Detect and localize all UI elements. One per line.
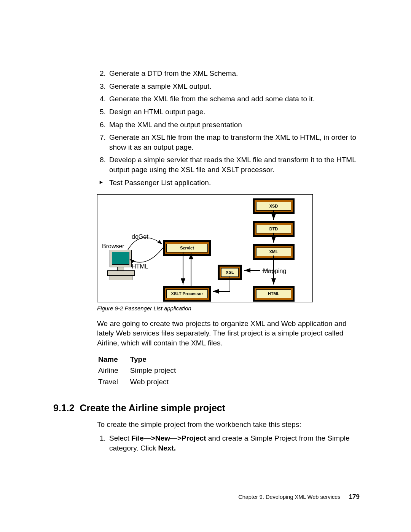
- figure-caption: Figure 9-2 Passenger List application: [97, 305, 360, 312]
- figure-diagram: Browser doGet HTML Mapping Servlet XSL X…: [97, 194, 313, 302]
- step-bold-next: Next.: [158, 444, 175, 452]
- section-number: 9.1.2: [53, 403, 75, 413]
- computer-icon: [105, 250, 135, 280]
- list-item-5: Design an HTML output page.: [108, 107, 360, 117]
- section-body: To create the simple project from the wo…: [97, 420, 360, 453]
- list-item-8: Develop a simple servlet that reads the …: [108, 155, 360, 174]
- numbered-list: Generate a DTD from the XML Schema. Gene…: [97, 69, 360, 175]
- label-doget: doGet: [132, 233, 148, 241]
- section-heading: 9.1.2 Create the Airline simple project: [53, 402, 360, 415]
- list-item-3: Generate a sample XML output.: [108, 81, 360, 91]
- node-servlet: Servlet: [163, 240, 211, 256]
- node-dtd-label: DTD: [256, 225, 291, 233]
- list-item-triangle: Test Passenger List application.: [97, 178, 360, 188]
- step-item-1: Select File—>New—>Project and create a S…: [108, 433, 360, 453]
- content-area: Generate a DTD from the XML Schema. Gene…: [97, 69, 360, 388]
- list-item-4: Generate the XML file from the schema an…: [108, 94, 360, 104]
- footer-page-number: 179: [349, 493, 360, 500]
- node-xslt: XSLT Processor: [163, 286, 211, 302]
- node-xml-label: XML: [256, 248, 291, 256]
- node-html: HTML: [253, 286, 295, 302]
- list-item-6: Map the XML and the output presentation: [108, 120, 360, 130]
- table-cell: Airline: [98, 365, 129, 376]
- table-header-name: Name: [98, 354, 129, 365]
- node-servlet-label: Servlet: [166, 244, 208, 252]
- paragraph-intro: We are going to create two projects to o…: [97, 319, 360, 348]
- table-cell: Simple project: [130, 365, 186, 376]
- table-row: Airline Simple project: [98, 365, 186, 376]
- table-cell: Web project: [130, 377, 186, 387]
- node-html-label: HTML: [256, 289, 291, 298]
- table-header-type: Type: [130, 354, 186, 365]
- paragraph-steps-intro: To create the simple project from the wo…: [97, 420, 360, 430]
- node-xsl: XSL: [218, 265, 242, 280]
- node-dtd: DTD: [253, 221, 295, 237]
- label-mapping: Mapping: [263, 267, 286, 275]
- step-bold-menu: File—>New—>Project: [131, 434, 206, 442]
- table-cell: Travel: [98, 377, 129, 387]
- node-xsd-label: XSD: [256, 202, 291, 211]
- footer-chapter: Chapter 9. Developing XML Web services: [238, 494, 340, 500]
- node-xml: XML: [253, 244, 295, 260]
- table-row: Name Type: [98, 354, 186, 365]
- step-text-pre: Select: [109, 434, 131, 442]
- node-xslt-label: XSLT Processor: [166, 289, 208, 298]
- steps-list: Select File—>New—>Project and create a S…: [97, 433, 360, 453]
- page: Generate a DTD from the XML Schema. Gene…: [0, 0, 411, 532]
- node-xsl-label: XSL: [221, 268, 239, 277]
- project-table: Name Type Airline Simple project Travel …: [97, 353, 187, 388]
- list-item-2: Generate a DTD from the XML Schema.: [108, 69, 360, 78]
- page-footer: Chapter 9. Developing XML Web services 1…: [238, 493, 360, 502]
- section-title: Create the Airline simple project: [80, 403, 226, 413]
- table-row: Travel Web project: [98, 377, 186, 387]
- list-item-7: Generate an XSL file from the map to tra…: [108, 133, 360, 152]
- node-xsd: XSD: [253, 198, 295, 214]
- label-browser: Browser: [102, 242, 124, 251]
